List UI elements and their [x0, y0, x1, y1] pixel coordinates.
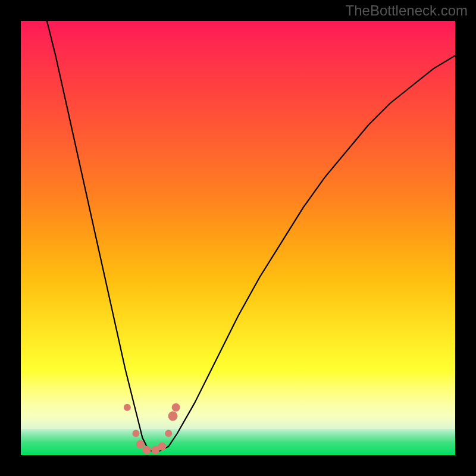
data-marker: [158, 442, 166, 450]
data-marker: [132, 430, 139, 437]
data-marker: [124, 404, 131, 411]
curve-layer: [47, 21, 455, 451]
data-marker: [172, 403, 180, 412]
bottleneck-curve: [47, 21, 455, 451]
data-marker: [136, 440, 145, 449]
data-marker: [168, 411, 178, 421]
watermark-text: TheBottleneck.com: [346, 2, 468, 19]
marker-layer: [124, 403, 180, 455]
data-marker: [143, 446, 151, 454]
data-marker: [165, 430, 172, 437]
chart-svg: [21, 21, 455, 455]
plot-area: [21, 21, 455, 455]
